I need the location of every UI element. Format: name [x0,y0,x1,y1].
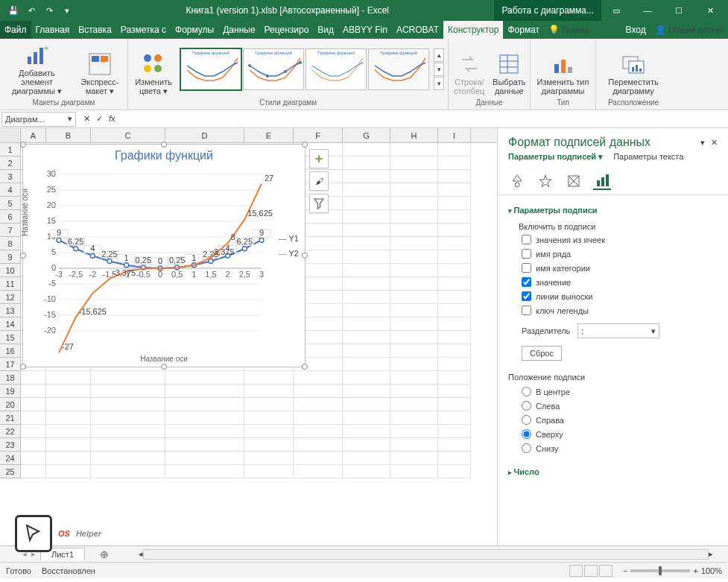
cell[interactable] [46,385,91,398]
gallery-down-icon[interactable]: ▾ [434,63,444,76]
cell[interactable] [343,264,390,277]
cell[interactable] [343,291,390,304]
change-colors-button[interactable]: Изменить цвета ▾ [131,43,176,95]
cell[interactable] [343,304,390,317]
cell[interactable] [294,452,343,465]
login-button[interactable]: Вход [621,21,651,39]
tab-help[interactable]: 💡 Помощ [544,21,594,39]
cell[interactable] [91,465,165,478]
cell[interactable] [343,358,390,371]
close-icon[interactable]: ✕ [695,0,725,21]
cell[interactable] [343,183,390,197]
gallery-more-icon[interactable]: ▾ [434,77,444,90]
name-box[interactable]: Диаграм...▾ [1,112,76,127]
col-header-E[interactable]: E [244,128,294,142]
cell[interactable] [343,411,390,425]
cell[interactable] [343,398,390,411]
cell[interactable] [165,438,244,452]
formula-input[interactable] [121,112,728,127]
page-layout-view-icon[interactable] [584,565,598,577]
cells-values-checkbox[interactable] [522,235,531,244]
chart-x-axis-title[interactable]: Название оси [23,355,305,363]
col-header-A[interactable]: A [21,128,46,142]
row-header[interactable]: 21 [0,411,21,425]
cell[interactable] [438,344,471,358]
cell[interactable] [165,411,244,425]
row-header[interactable]: 25 [0,465,21,478]
maximize-icon[interactable]: ☐ [664,0,694,21]
cell[interactable] [244,465,294,478]
row-header[interactable]: 6 [0,210,21,224]
row-header[interactable]: 7 [0,224,21,237]
row-header[interactable]: 5 [0,197,21,210]
tab-view[interactable]: Вид [313,21,338,39]
cell[interactable] [438,224,471,237]
cell[interactable] [343,277,390,291]
col-header-I[interactable]: I [438,128,471,142]
cell[interactable] [343,143,390,156]
tab-abbyy[interactable]: ABBYY Fin [338,21,392,39]
row-header[interactable]: 16 [0,344,21,358]
col-header-F[interactable]: F [294,128,343,142]
position-below-radio[interactable] [522,443,531,453]
cell[interactable] [46,465,91,478]
chart-title[interactable]: Графики функций [23,145,305,167]
col-header-B[interactable]: B [46,128,91,142]
cell[interactable] [390,452,438,465]
row-header[interactable]: 24 [0,452,21,465]
redo-icon[interactable]: ↷ [42,3,57,18]
row-header[interactable]: 14 [0,317,21,331]
cell[interactable] [390,250,438,264]
col-header-H[interactable]: H [390,128,438,142]
position-left-radio[interactable] [522,401,531,411]
row-header[interactable]: 2 [0,156,21,170]
cell[interactable] [91,398,165,411]
save-icon[interactable]: 💾 [6,3,21,18]
row-header[interactable]: 13 [0,304,21,317]
cell[interactable] [390,197,438,210]
cell[interactable] [390,170,438,183]
zoom-in-icon[interactable]: + [693,566,697,575]
chart-styles-button[interactable]: 🖌 [309,171,329,191]
fx-icon[interactable]: fx [109,114,115,124]
cell[interactable] [343,452,390,465]
move-chart-button[interactable]: Переместить диаграмму [599,43,668,95]
fill-line-icon[interactable] [508,172,526,190]
cell[interactable] [438,237,471,250]
cell[interactable] [21,465,46,478]
tab-nav-next-icon[interactable]: ▸ [31,549,36,559]
cell[interactable] [294,438,343,452]
tab-format[interactable]: Формат [503,21,544,39]
cell[interactable] [438,358,471,371]
cell[interactable] [438,170,471,183]
cell[interactable] [91,385,165,398]
cell[interactable] [343,425,390,438]
cell[interactable] [91,452,165,465]
reset-button[interactable]: Сброс [522,346,562,361]
select-data-button[interactable]: Выбрать данные [492,43,528,95]
cell[interactable] [294,465,343,478]
cell[interactable] [390,277,438,291]
cell[interactable] [390,291,438,304]
chart-filters-button[interactable] [309,194,329,213]
zoom-level[interactable]: 100% [701,566,722,575]
ribbon-options-icon[interactable]: ▭ [601,0,631,21]
cell[interactable] [21,452,46,465]
number-section[interactable]: Число [508,463,718,481]
add-chart-element-button[interactable]: +Добавить элемент диаграммы ▾ [3,43,71,95]
cell[interactable] [390,156,438,170]
cell[interactable] [438,197,471,210]
row-header[interactable]: 4 [0,183,21,197]
category-name-checkbox[interactable] [522,263,531,273]
cell[interactable] [21,371,46,385]
cell[interactable] [21,438,46,452]
cell[interactable] [165,452,244,465]
position-right-radio[interactable] [522,415,531,425]
row-header[interactable]: 15 [0,331,21,344]
label-options-icon[interactable] [593,172,611,190]
position-above-radio[interactable] [522,429,531,439]
cell[interactable] [390,317,438,331]
name-box-dropdown-icon[interactable]: ▾ [68,114,72,124]
cell[interactable] [165,425,244,438]
change-chart-type-button[interactable]: Изменить тип диаграммы [534,43,592,95]
